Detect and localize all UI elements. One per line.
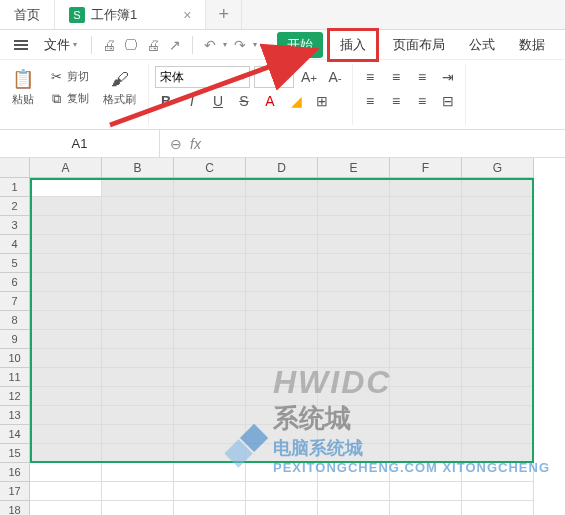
- font-name-select[interactable]: 宋体▾: [155, 66, 250, 88]
- cell[interactable]: [174, 482, 246, 501]
- align-middle-icon[interactable]: ≡: [385, 66, 407, 88]
- cell[interactable]: [30, 235, 102, 254]
- row-header-18[interactable]: 18: [0, 501, 30, 515]
- cell[interactable]: [246, 425, 318, 444]
- cell[interactable]: [174, 368, 246, 387]
- italic-button[interactable]: I: [181, 90, 203, 112]
- cell[interactable]: [390, 501, 462, 515]
- cell[interactable]: [318, 254, 390, 273]
- cell[interactable]: [174, 273, 246, 292]
- cell[interactable]: [102, 406, 174, 425]
- cell[interactable]: [462, 463, 534, 482]
- cell[interactable]: [246, 501, 318, 515]
- ribbon-tab-layout[interactable]: 页面布局: [383, 32, 455, 58]
- row-header-15[interactable]: 15: [0, 444, 30, 463]
- align-bottom-icon[interactable]: ≡: [411, 66, 433, 88]
- align-left-icon[interactable]: ≡: [359, 90, 381, 112]
- strike-button[interactable]: S: [233, 90, 255, 112]
- col-header-E[interactable]: E: [318, 158, 390, 178]
- cell[interactable]: [30, 463, 102, 482]
- cell[interactable]: [30, 482, 102, 501]
- cell[interactable]: [102, 444, 174, 463]
- ribbon-tab-start[interactable]: 开始: [277, 32, 323, 58]
- underline-button[interactable]: U: [207, 90, 229, 112]
- cell[interactable]: [102, 235, 174, 254]
- cell[interactable]: [318, 501, 390, 515]
- ribbon-tab-formula[interactable]: 公式: [459, 32, 505, 58]
- cell[interactable]: [30, 349, 102, 368]
- cell[interactable]: [174, 330, 246, 349]
- cell[interactable]: [174, 311, 246, 330]
- cell[interactable]: [462, 216, 534, 235]
- cell[interactable]: [390, 197, 462, 216]
- row-header-3[interactable]: 3: [0, 216, 30, 235]
- row-header-2[interactable]: 2: [0, 197, 30, 216]
- row-header-14[interactable]: 14: [0, 425, 30, 444]
- cell[interactable]: [102, 463, 174, 482]
- row-header-6[interactable]: 6: [0, 273, 30, 292]
- cell[interactable]: [102, 387, 174, 406]
- row-header-10[interactable]: 10: [0, 349, 30, 368]
- cell[interactable]: [102, 273, 174, 292]
- fx-icon[interactable]: fx: [190, 136, 201, 152]
- cell[interactable]: [30, 501, 102, 515]
- col-header-G[interactable]: G: [462, 158, 534, 178]
- cell[interactable]: [318, 425, 390, 444]
- cell[interactable]: [174, 178, 246, 197]
- cell[interactable]: [102, 501, 174, 515]
- redo-dropdown[interactable]: ▾: [253, 40, 257, 49]
- cell[interactable]: [30, 425, 102, 444]
- font-color-button[interactable]: A: [259, 90, 281, 112]
- row-header-17[interactable]: 17: [0, 482, 30, 501]
- merge-icon[interactable]: ⊟: [437, 90, 459, 112]
- row-header-5[interactable]: 5: [0, 254, 30, 273]
- tab-add[interactable]: +: [206, 0, 242, 29]
- format-painter-button[interactable]: 🖌 格式刷: [97, 66, 142, 109]
- cell[interactable]: [318, 406, 390, 425]
- cell[interactable]: [462, 254, 534, 273]
- border-button[interactable]: ⊞: [311, 90, 333, 112]
- cell[interactable]: [102, 311, 174, 330]
- cell[interactable]: [318, 349, 390, 368]
- cell[interactable]: [174, 444, 246, 463]
- cell[interactable]: [318, 235, 390, 254]
- cell[interactable]: [462, 311, 534, 330]
- row-header-13[interactable]: 13: [0, 406, 30, 425]
- cell[interactable]: [390, 406, 462, 425]
- cell[interactable]: [102, 425, 174, 444]
- cell[interactable]: [246, 235, 318, 254]
- cell[interactable]: [174, 216, 246, 235]
- cell[interactable]: [390, 368, 462, 387]
- cell[interactable]: [246, 463, 318, 482]
- cell[interactable]: [390, 387, 462, 406]
- align-right-icon[interactable]: ≡: [411, 90, 433, 112]
- row-header-16[interactable]: 16: [0, 463, 30, 482]
- cell[interactable]: [246, 273, 318, 292]
- cell[interactable]: [102, 368, 174, 387]
- cell[interactable]: [462, 197, 534, 216]
- cell[interactable]: [462, 425, 534, 444]
- bold-button[interactable]: B: [155, 90, 177, 112]
- cell[interactable]: [462, 235, 534, 254]
- cell[interactable]: [318, 178, 390, 197]
- menu-file[interactable]: 文件▾: [38, 32, 83, 58]
- cell[interactable]: [390, 444, 462, 463]
- cell[interactable]: [246, 178, 318, 197]
- cell[interactable]: [102, 216, 174, 235]
- row-header-4[interactable]: 4: [0, 235, 30, 254]
- cell[interactable]: [390, 311, 462, 330]
- increase-font-icon[interactable]: A+: [298, 66, 320, 88]
- cell[interactable]: [174, 349, 246, 368]
- cell[interactable]: [390, 235, 462, 254]
- cell[interactable]: [30, 216, 102, 235]
- cell[interactable]: [318, 197, 390, 216]
- cell[interactable]: [30, 330, 102, 349]
- cell[interactable]: [246, 311, 318, 330]
- cancel-icon[interactable]: ⊖: [170, 136, 182, 152]
- cell[interactable]: [174, 387, 246, 406]
- cell[interactable]: [102, 330, 174, 349]
- col-header-B[interactable]: B: [102, 158, 174, 178]
- cell[interactable]: [462, 273, 534, 292]
- cell[interactable]: [102, 197, 174, 216]
- cell[interactable]: [30, 406, 102, 425]
